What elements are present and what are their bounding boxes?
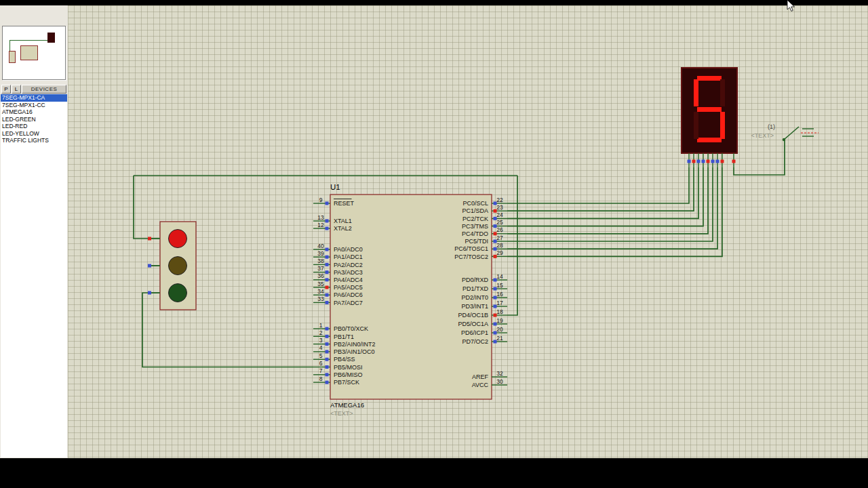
- logic-state-marker: [326, 248, 329, 251]
- pin-number: 18: [496, 308, 503, 315]
- logic-state-marker: [148, 264, 151, 268]
- pin-number: 29: [496, 249, 503, 256]
- pin-name: PD7/OC2: [462, 338, 488, 345]
- mouse-cursor: [787, 0, 797, 16]
- overview-panel[interactable]: [2, 26, 66, 80]
- logic-state-marker: [148, 237, 151, 241]
- pin-name: PB5/MOSI: [334, 364, 363, 371]
- pin-number: 7: [319, 367, 323, 374]
- device-item[interactable]: LED-YELLOW: [1, 130, 67, 138]
- logic-state-marker: [148, 291, 151, 295]
- pin-number: 14: [496, 273, 503, 280]
- logic-state-marker: [326, 365, 329, 369]
- pin-number: 27: [496, 235, 503, 241]
- wire[interactable]: [507, 167, 713, 241]
- wire[interactable]: [507, 167, 722, 256]
- wire[interactable]: [507, 167, 708, 234]
- pin-name: PA1/ADC1: [334, 253, 363, 260]
- pin-name: PA0/ADC0: [334, 246, 363, 253]
- device-item[interactable]: TRAFFIC LIGHTS: [1, 137, 67, 144]
- pin-name: PC2/TCK: [462, 216, 488, 222]
- chip-ref-label: U1: [330, 183, 340, 191]
- schematic-canvas[interactable]: U1 ATMEGA16 <TEXT> 9RESET13XTAL112XTAL24…: [68, 5, 868, 458]
- pin-name: PD2/INT0: [461, 294, 488, 301]
- logic-state-marker: [326, 342, 329, 346]
- seven-segment-display[interactable]: [682, 68, 737, 167]
- traffic-light[interactable]: [148, 222, 196, 310]
- top-black-bar: [0, 0, 868, 5]
- pin-name: PD3/INT1: [461, 303, 488, 310]
- device-item[interactable]: 7SEG-MPX1-CC: [1, 102, 67, 109]
- pin-name: PC6/TOSC1: [454, 245, 488, 252]
- logic-state-marker: [707, 160, 710, 163]
- switch[interactable]: (1) <TEXT>: [751, 123, 818, 141]
- pin-name: PB0/T0/XCK: [334, 325, 368, 332]
- pin-name: PC4/TDO: [462, 230, 488, 237]
- pin-name: XTAL2: [334, 225, 352, 232]
- pin-number: 20: [496, 326, 503, 333]
- pin-number: 22: [496, 197, 503, 203]
- wire[interactable]: [507, 167, 689, 203]
- overview-trafficlight-thumb: [9, 51, 16, 63]
- device-item[interactable]: LED-RED: [1, 123, 67, 130]
- chip-text-placeholder: <TEXT>: [330, 410, 353, 417]
- library-button[interactable]: L: [12, 85, 21, 94]
- pin-name: PA4/ADC4: [334, 277, 363, 283]
- pin-name: PA3/ADC3: [334, 269, 363, 276]
- logic-state-marker: [692, 160, 696, 163]
- logic-state-marker: [326, 301, 329, 304]
- pick-device-button[interactable]: P: [1, 85, 11, 94]
- switch-lever[interactable]: [784, 127, 799, 140]
- pin-number: 26: [496, 226, 503, 233]
- pin-number: 3: [319, 337, 323, 344]
- pin-name: PA7/ADC7: [334, 300, 363, 306]
- logic-state-marker: [326, 381, 329, 384]
- device-item[interactable]: 7SEG-MPX1-CA: [1, 94, 67, 102]
- wire[interactable]: [507, 167, 717, 249]
- pin-name: PB1/T1: [334, 333, 354, 340]
- wire[interactable]: [734, 140, 785, 175]
- switch-text-placeholder: <TEXT>: [751, 132, 774, 139]
- pin-number: 9: [319, 197, 323, 203]
- pin-number: 4: [319, 344, 323, 351]
- segment-b: [720, 79, 725, 106]
- devices-header: DEVICES: [22, 85, 66, 94]
- logic-state-marker: [326, 358, 329, 361]
- logic-state-marker: [494, 255, 497, 258]
- device-item[interactable]: ATMEGA16: [1, 108, 67, 116]
- logic-state-marker: [716, 160, 719, 163]
- wire[interactable]: [507, 167, 694, 211]
- logic-state-marker: [688, 160, 691, 163]
- switch-pin-label: (1): [768, 123, 775, 130]
- pin-number: 24: [496, 211, 503, 218]
- pin-number: 21: [496, 335, 503, 342]
- pin-name: PD5/OC1A: [458, 321, 488, 327]
- device-item[interactable]: LED-GREEN: [1, 116, 67, 123]
- pin-number: 2: [319, 329, 323, 336]
- logic-state-marker: [732, 160, 736, 163]
- segment-d: [697, 138, 722, 142]
- wire[interactable]: [507, 176, 517, 315]
- wire[interactable]: [507, 167, 703, 226]
- pin-name: PD6/ICP1: [461, 329, 488, 336]
- pin-number: 12: [317, 222, 324, 228]
- pin-name: PC7/TOSC2: [454, 253, 488, 260]
- pin-name: PB6/MISO: [334, 371, 363, 378]
- pin-number: 35: [317, 281, 324, 287]
- logic-state-marker: [326, 278, 329, 281]
- pin-name: PA2/ADC2: [334, 262, 363, 268]
- pin-number: 6: [319, 360, 323, 367]
- logic-state-marker: [326, 286, 329, 289]
- segment-a: [697, 76, 722, 81]
- logic-state-marker: [326, 227, 329, 230]
- wire[interactable]: [134, 176, 160, 239]
- segment-g: [697, 107, 722, 112]
- display-pins: [688, 153, 736, 167]
- logic-state-marker: [326, 270, 329, 274]
- schematic-svg: U1 ATMEGA16 <TEXT> 9RESET13XTAL112XTAL24…: [68, 5, 868, 458]
- pin-name: PD1/TXD: [462, 285, 489, 292]
- pin-number: 34: [317, 288, 324, 295]
- pin-number: 15: [496, 282, 503, 289]
- pin-number: 17: [496, 300, 503, 306]
- pin-number: 36: [317, 272, 324, 279]
